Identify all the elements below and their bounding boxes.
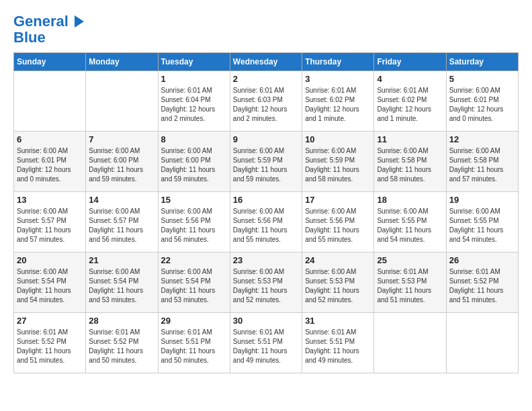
day-info: Sunrise: 6:00 AMSunset: 6:01 PMDaylight:…	[449, 86, 515, 124]
day-number: 14	[89, 195, 154, 205]
day-cell	[374, 313, 446, 373]
day-cell: 1Sunrise: 6:01 AMSunset: 6:04 PMDaylight…	[158, 71, 230, 132]
week-row-3: 13Sunrise: 6:00 AMSunset: 5:57 PMDayligh…	[14, 192, 519, 253]
logo-blue: Blue	[13, 30, 84, 46]
day-cell: 31Sunrise: 6:01 AMSunset: 5:51 PMDayligh…	[302, 313, 374, 373]
day-number: 29	[161, 316, 227, 326]
weekday-saturday: Saturday	[446, 53, 518, 71]
day-cell: 28Sunrise: 6:01 AMSunset: 5:52 PMDayligh…	[86, 313, 158, 373]
day-number: 11	[377, 134, 443, 144]
day-number: 7	[89, 134, 154, 144]
day-number: 13	[17, 195, 83, 205]
day-info: Sunrise: 6:00 AMSunset: 5:59 PMDaylight:…	[233, 146, 299, 184]
day-info: Sunrise: 6:01 AMSunset: 5:51 PMDaylight:…	[305, 328, 371, 365]
day-cell: 11Sunrise: 6:00 AMSunset: 5:58 PMDayligh…	[374, 132, 446, 192]
day-number: 17	[305, 195, 371, 205]
day-cell: 10Sunrise: 6:00 AMSunset: 5:59 PMDayligh…	[302, 132, 374, 192]
day-info: Sunrise: 6:01 AMSunset: 6:02 PMDaylight:…	[305, 86, 371, 124]
day-number: 28	[89, 316, 154, 326]
day-cell: 2Sunrise: 6:01 AMSunset: 6:03 PMDaylight…	[230, 71, 302, 132]
day-info: Sunrise: 6:01 AMSunset: 5:52 PMDaylight:…	[89, 328, 154, 365]
day-cell: 4Sunrise: 6:01 AMSunset: 6:02 PMDaylight…	[374, 71, 446, 132]
weekday-header-row: SundayMondayTuesdayWednesdayThursdayFrid…	[14, 53, 519, 71]
day-cell: 13Sunrise: 6:00 AMSunset: 5:57 PMDayligh…	[14, 192, 86, 253]
calendar-body: 1Sunrise: 6:01 AMSunset: 6:04 PMDaylight…	[14, 71, 519, 373]
day-number: 16	[233, 195, 299, 205]
day-info: Sunrise: 6:00 AMSunset: 5:55 PMDaylight:…	[377, 207, 443, 244]
day-cell: 27Sunrise: 6:01 AMSunset: 5:52 PMDayligh…	[14, 313, 86, 373]
page-header: General Blue	[13, 13, 519, 46]
weekday-tuesday: Tuesday	[158, 53, 230, 71]
day-number: 20	[17, 255, 83, 265]
day-cell: 8Sunrise: 6:00 AMSunset: 6:00 PMDaylight…	[158, 132, 230, 192]
weekday-thursday: Thursday	[302, 53, 374, 71]
week-row-1: 1Sunrise: 6:01 AMSunset: 6:04 PMDaylight…	[14, 71, 519, 132]
day-info: Sunrise: 6:01 AMSunset: 6:03 PMDaylight:…	[233, 86, 299, 124]
day-cell: 5Sunrise: 6:00 AMSunset: 6:01 PMDaylight…	[446, 71, 518, 132]
day-number: 5	[449, 74, 515, 84]
day-number: 21	[89, 255, 154, 265]
day-info: Sunrise: 6:01 AMSunset: 5:51 PMDaylight:…	[161, 328, 227, 365]
day-cell: 9Sunrise: 6:00 AMSunset: 5:59 PMDaylight…	[230, 132, 302, 192]
day-info: Sunrise: 6:00 AMSunset: 5:58 PMDaylight:…	[449, 146, 515, 184]
day-number: 25	[377, 255, 443, 265]
day-cell	[86, 71, 158, 132]
day-number: 22	[161, 255, 227, 265]
day-info: Sunrise: 6:00 AMSunset: 5:54 PMDaylight:…	[161, 267, 227, 305]
day-info: Sunrise: 6:01 AMSunset: 6:04 PMDaylight:…	[161, 86, 227, 124]
day-number: 23	[233, 255, 299, 265]
calendar-table: SundayMondayTuesdayWednesdayThursdayFrid…	[13, 52, 519, 373]
day-cell: 18Sunrise: 6:00 AMSunset: 5:55 PMDayligh…	[374, 192, 446, 253]
day-info: Sunrise: 6:00 AMSunset: 5:55 PMDaylight:…	[449, 207, 515, 244]
logo: General Blue	[13, 13, 84, 46]
day-cell: 19Sunrise: 6:00 AMSunset: 5:55 PMDayligh…	[446, 192, 518, 253]
day-cell: 21Sunrise: 6:00 AMSunset: 5:54 PMDayligh…	[86, 253, 158, 313]
day-cell: 30Sunrise: 6:01 AMSunset: 5:51 PMDayligh…	[230, 313, 302, 373]
day-number: 3	[305, 74, 371, 84]
day-info: Sunrise: 6:00 AMSunset: 5:56 PMDaylight:…	[161, 207, 227, 244]
day-info: Sunrise: 6:00 AMSunset: 5:56 PMDaylight:…	[233, 207, 299, 244]
day-cell: 25Sunrise: 6:01 AMSunset: 5:53 PMDayligh…	[374, 253, 446, 313]
day-number: 9	[233, 134, 299, 144]
day-info: Sunrise: 6:00 AMSunset: 5:54 PMDaylight:…	[89, 267, 154, 305]
day-number: 4	[377, 74, 443, 84]
day-number: 1	[161, 74, 227, 84]
logo-general: General	[13, 13, 69, 30]
day-info: Sunrise: 6:01 AMSunset: 5:52 PMDaylight:…	[449, 267, 515, 305]
week-row-4: 20Sunrise: 6:00 AMSunset: 5:54 PMDayligh…	[14, 253, 519, 313]
day-number: 19	[449, 195, 515, 205]
day-info: Sunrise: 6:00 AMSunset: 5:54 PMDaylight:…	[17, 267, 83, 305]
day-number: 2	[233, 74, 299, 84]
day-info: Sunrise: 6:00 AMSunset: 6:01 PMDaylight:…	[17, 146, 83, 184]
day-cell: 22Sunrise: 6:00 AMSunset: 5:54 PMDayligh…	[158, 253, 230, 313]
day-info: Sunrise: 6:01 AMSunset: 5:51 PMDaylight:…	[233, 328, 299, 365]
day-cell: 17Sunrise: 6:00 AMSunset: 5:56 PMDayligh…	[302, 192, 374, 253]
day-number: 8	[161, 134, 227, 144]
day-cell: 15Sunrise: 6:00 AMSunset: 5:56 PMDayligh…	[158, 192, 230, 253]
day-number: 10	[305, 134, 371, 144]
day-info: Sunrise: 6:01 AMSunset: 5:52 PMDaylight:…	[17, 328, 83, 365]
week-row-2: 6Sunrise: 6:00 AMSunset: 6:01 PMDaylight…	[14, 132, 519, 192]
weekday-sunday: Sunday	[14, 53, 86, 71]
day-number: 24	[305, 255, 371, 265]
day-info: Sunrise: 6:00 AMSunset: 6:00 PMDaylight:…	[161, 146, 227, 184]
weekday-monday: Monday	[86, 53, 158, 71]
day-cell: 23Sunrise: 6:00 AMSunset: 5:53 PMDayligh…	[230, 253, 302, 313]
day-info: Sunrise: 6:00 AMSunset: 5:56 PMDaylight:…	[305, 207, 371, 244]
day-number: 31	[305, 316, 371, 326]
day-info: Sunrise: 6:00 AMSunset: 5:53 PMDaylight:…	[233, 267, 299, 305]
day-info: Sunrise: 6:00 AMSunset: 5:53 PMDaylight:…	[305, 267, 371, 305]
day-cell: 29Sunrise: 6:01 AMSunset: 5:51 PMDayligh…	[158, 313, 230, 373]
day-cell: 26Sunrise: 6:01 AMSunset: 5:52 PMDayligh…	[446, 253, 518, 313]
logo-arrow-right	[75, 15, 84, 28]
day-number: 18	[377, 195, 443, 205]
day-number: 12	[449, 134, 515, 144]
week-row-5: 27Sunrise: 6:01 AMSunset: 5:52 PMDayligh…	[14, 313, 519, 373]
day-info: Sunrise: 6:01 AMSunset: 6:02 PMDaylight:…	[377, 86, 443, 124]
day-info: Sunrise: 6:01 AMSunset: 5:53 PMDaylight:…	[377, 267, 443, 305]
day-cell: 24Sunrise: 6:00 AMSunset: 5:53 PMDayligh…	[302, 253, 374, 313]
day-number: 27	[17, 316, 83, 326]
day-cell: 3Sunrise: 6:01 AMSunset: 6:02 PMDaylight…	[302, 71, 374, 132]
day-number: 15	[161, 195, 227, 205]
day-info: Sunrise: 6:00 AMSunset: 5:59 PMDaylight:…	[305, 146, 371, 184]
